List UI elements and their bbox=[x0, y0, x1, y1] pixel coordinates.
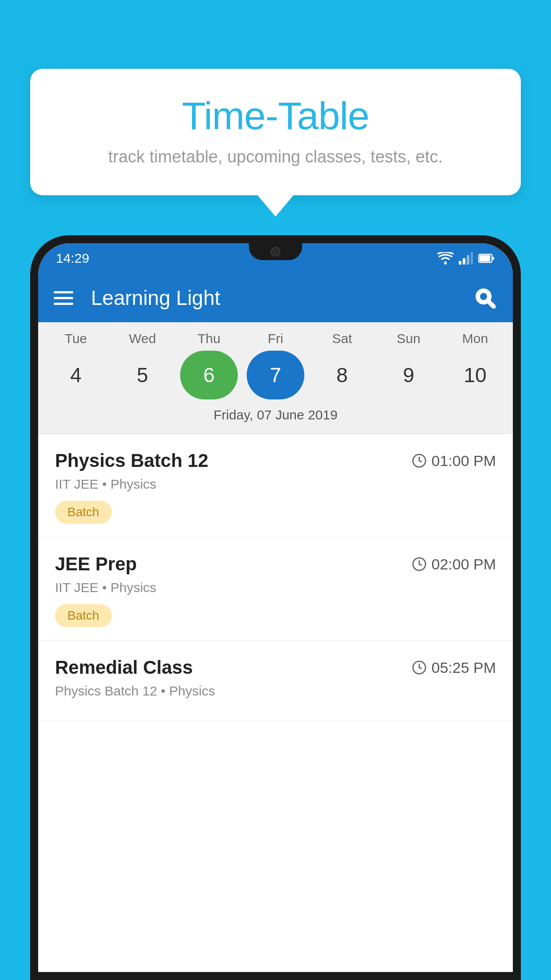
phone-screen: 14:29 bbox=[38, 243, 513, 972]
day-5[interactable]: 5 bbox=[114, 351, 171, 399]
day-label-mon: Mon bbox=[446, 331, 504, 346]
svg-rect-4 bbox=[471, 252, 473, 265]
tooltip-subtitle: track timetable, upcoming classes, tests… bbox=[57, 147, 494, 166]
status-time: 14:29 bbox=[56, 251, 89, 266]
wifi-icon bbox=[437, 252, 453, 265]
menu-button[interactable] bbox=[54, 291, 73, 305]
schedule-item-3-title: Remedial Class bbox=[55, 657, 193, 678]
clock-icon bbox=[412, 453, 427, 468]
app-bar: Learning Light bbox=[38, 273, 513, 322]
day-10[interactable]: 10 bbox=[446, 351, 504, 399]
schedule-item-3-header: Remedial Class 05:25 PM bbox=[55, 657, 496, 678]
search-button[interactable] bbox=[472, 285, 497, 310]
tooltip-card: Time-Table track timetable, upcoming cla… bbox=[30, 69, 521, 195]
signal-icon bbox=[459, 252, 473, 265]
schedule-item-1-time: 01:00 PM bbox=[412, 452, 496, 470]
day-label-wed: Wed bbox=[114, 331, 171, 346]
svg-point-0 bbox=[444, 262, 447, 265]
status-icons bbox=[437, 252, 495, 265]
schedule-item-2-time: 02:00 PM bbox=[412, 556, 496, 573]
svg-line-9 bbox=[488, 301, 494, 307]
day-label-tue: Tue bbox=[47, 331, 105, 346]
schedule-item-1-header: Physics Batch 12 01:00 PM bbox=[55, 450, 496, 471]
svg-rect-6 bbox=[480, 255, 490, 261]
day-7-selected[interactable]: 7 bbox=[247, 351, 304, 399]
svg-rect-2 bbox=[463, 258, 465, 265]
day-8[interactable]: 8 bbox=[313, 351, 371, 399]
schedule-item-2-title: JEE Prep bbox=[55, 553, 137, 575]
day-6-today[interactable]: 6 bbox=[180, 351, 238, 399]
day-numbers: 4 5 6 7 8 9 10 bbox=[38, 351, 513, 399]
phone-frame: 14:29 bbox=[30, 235, 521, 980]
camera bbox=[271, 247, 280, 257]
day-label-sat: Sat bbox=[313, 331, 371, 346]
schedule-item-3-time: 05:25 PM bbox=[412, 659, 496, 676]
day-4[interactable]: 4 bbox=[47, 351, 105, 399]
schedule-item-2-header: JEE Prep 02:00 PM bbox=[55, 553, 496, 575]
schedule-item-2-subtitle: IIT JEE • Physics bbox=[55, 580, 496, 595]
notch bbox=[249, 243, 302, 260]
app-title: Learning Light bbox=[87, 286, 459, 310]
day-label-thu: Thu bbox=[180, 331, 238, 346]
svg-rect-3 bbox=[467, 255, 469, 265]
schedule-item-3[interactable]: Remedial Class 05:25 PM Physics Batch 12… bbox=[38, 641, 513, 721]
svg-rect-1 bbox=[459, 261, 461, 265]
clock-icon-3 bbox=[412, 660, 427, 675]
schedule-item-1[interactable]: Physics Batch 12 01:00 PM IIT JEE • Phys… bbox=[38, 434, 513, 537]
day-9[interactable]: 9 bbox=[380, 351, 437, 399]
schedule-item-1-subtitle: IIT JEE • Physics bbox=[55, 477, 496, 492]
schedule-item-1-title: Physics Batch 12 bbox=[55, 450, 209, 471]
schedule-item-3-subtitle: Physics Batch 12 • Physics bbox=[55, 684, 496, 699]
schedule-list: Physics Batch 12 01:00 PM IIT JEE • Phys… bbox=[38, 434, 513, 721]
tooltip-title: Time-Table bbox=[57, 93, 494, 138]
clock-icon-2 bbox=[412, 557, 427, 572]
day-label-sun: Sun bbox=[380, 331, 437, 346]
day-labels: Tue Wed Thu Fri Sat Sun Mon bbox=[38, 331, 513, 346]
svg-rect-7 bbox=[492, 257, 494, 260]
calendar-strip: Tue Wed Thu Fri Sat Sun Mon 4 5 6 7 8 9 … bbox=[38, 322, 513, 434]
day-label-fri: Fri bbox=[247, 331, 304, 346]
batch-badge-2: Batch bbox=[55, 604, 112, 627]
battery-icon bbox=[478, 253, 495, 264]
batch-badge-1: Batch bbox=[55, 501, 112, 524]
search-icon bbox=[474, 287, 496, 308]
schedule-item-2[interactable]: JEE Prep 02:00 PM IIT JEE • Physics Batc… bbox=[38, 537, 513, 641]
selected-date-label: Friday, 07 June 2019 bbox=[38, 407, 513, 429]
